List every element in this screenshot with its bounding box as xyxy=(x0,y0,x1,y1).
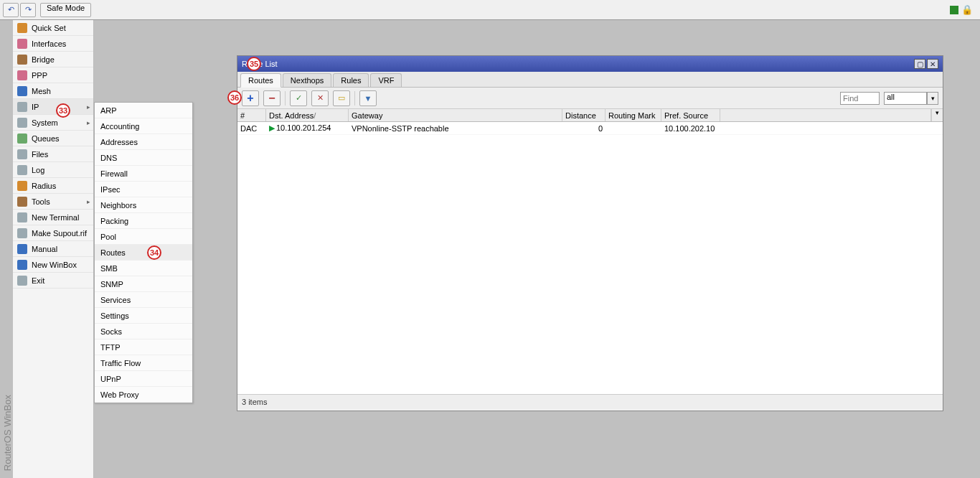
submenu-item-pool[interactable]: Pool xyxy=(95,229,192,245)
sidebar-item-ppp[interactable]: PPP xyxy=(13,67,93,83)
lock-icon: 🔒 xyxy=(961,4,973,15)
table-row[interactable]: DAC▶10.100.201.254VPNonline-SSTP reachab… xyxy=(237,122,943,135)
cell-dst: ▶10.100.201.254 xyxy=(266,123,349,133)
sidebar-item-make-supout-rif[interactable]: Make Supout.rif xyxy=(13,225,93,241)
top-toolbar: ↶ ↷ Safe Mode 🔒 xyxy=(0,0,980,20)
sidebar-icon xyxy=(17,23,27,33)
sidebar-item-interfaces[interactable]: Interfaces xyxy=(13,36,93,52)
sidebar-icon xyxy=(17,102,27,112)
filter-scope-select[interactable]: all xyxy=(884,92,927,105)
sidebar-item-exit[interactable]: Exit xyxy=(13,273,93,289)
tab-routes[interactable]: Routes xyxy=(240,73,281,88)
annotation-36: 36 xyxy=(227,90,242,105)
submenu-item-web-proxy[interactable]: Web Proxy xyxy=(95,387,192,403)
sidebar-icon xyxy=(17,86,27,96)
cell-flags: DAC xyxy=(237,124,266,133)
tab-rules[interactable]: Rules xyxy=(333,73,369,87)
sidebar-item-label: Make Supout.rif xyxy=(32,229,87,238)
submenu-item-traffic-flow[interactable]: Traffic Flow xyxy=(95,355,192,371)
sidebar-icon xyxy=(17,149,27,159)
sidebar-item-label: Bridge xyxy=(32,55,55,64)
submenu-item-ipsec[interactable]: IPsec xyxy=(95,182,192,197)
sidebar-item-new-terminal[interactable]: New Terminal xyxy=(13,210,93,225)
submenu-item-socks[interactable]: Socks xyxy=(95,324,192,339)
submenu-item-tftp[interactable]: TFTP xyxy=(95,339,192,355)
submenu-item-dns[interactable]: DNS xyxy=(95,150,192,166)
annotation-34: 34 xyxy=(147,245,161,260)
filter-button[interactable]: ▼ xyxy=(359,90,377,106)
sidebar-item-label: New WinBox xyxy=(32,261,77,269)
submenu-item-upnp[interactable]: UPnP xyxy=(95,371,192,387)
sidebar-item-manual[interactable]: Manual xyxy=(13,241,93,257)
cell-src: 10.100.202.10 xyxy=(661,124,720,133)
add-button[interactable]: + xyxy=(242,90,259,106)
window-minimize-button[interactable]: ▢ xyxy=(914,59,925,69)
sidebar-icon xyxy=(17,133,27,144)
tab-nexthops[interactable]: Nexthops xyxy=(283,73,331,87)
enable-button[interactable]: ✓ xyxy=(290,90,307,106)
col-hash[interactable]: # xyxy=(237,109,266,121)
sidebar-item-ip[interactable]: IP▸ xyxy=(13,99,93,115)
sidebar-item-label: IP xyxy=(32,103,39,111)
sidebar-item-quick-set[interactable]: Quick Set xyxy=(13,20,93,36)
col-dst-address[interactable]: Dst. Address xyxy=(266,109,349,121)
sidebar-item-new-winbox[interactable]: New WinBox xyxy=(13,257,93,273)
redo-button[interactable]: ↷ xyxy=(20,3,36,17)
sidebar-icon xyxy=(17,55,27,65)
col-spacer xyxy=(720,109,931,121)
sidebar-item-bridge[interactable]: Bridge xyxy=(13,52,93,67)
sidebar-icon xyxy=(17,276,27,286)
filter-scope-dropdown-icon[interactable]: ▾ xyxy=(927,92,938,105)
tabs: RoutesNexthopsRulesVRF xyxy=(237,72,943,88)
cell-gateway: VPNonline-SSTP reachable xyxy=(349,124,562,133)
status-icons: 🔒 xyxy=(950,4,977,15)
sidebar-item-label: PPP xyxy=(32,71,47,80)
safe-mode-button[interactable]: Safe Mode xyxy=(40,3,91,17)
col-gateway[interactable]: Gateway xyxy=(349,109,562,121)
col-pref-source[interactable]: Pref. Source xyxy=(661,109,720,121)
sidebar-icon xyxy=(17,165,27,175)
col-routing-mark[interactable]: Routing Mark xyxy=(606,109,661,121)
annotation-35: 35 xyxy=(247,57,261,71)
sidebar-item-log[interactable]: Log xyxy=(13,162,93,178)
sidebar-item-label: System xyxy=(32,118,58,127)
sidebar-item-radius[interactable]: Radius xyxy=(13,178,93,194)
window-toolbar: + − ✓ ✕ ▭ ▼ all ▾ xyxy=(237,88,943,109)
route-list-window: Route List ▢ ✕ RoutesNexthopsRulesVRF + … xyxy=(237,55,943,411)
submenu-item-routes[interactable]: Routes xyxy=(95,245,192,261)
status-square-icon xyxy=(950,6,958,14)
sidebar-item-tools[interactable]: Tools▸ xyxy=(13,194,93,210)
window-close-button[interactable]: ✕ xyxy=(927,59,938,69)
columns-dropdown-icon[interactable]: ▾ xyxy=(931,109,943,121)
sidebar-item-label: New Terminal xyxy=(32,213,79,222)
comment-button[interactable]: ▭ xyxy=(333,90,350,106)
submenu-item-snmp[interactable]: SNMP xyxy=(95,276,192,292)
sidebar-item-label: Log xyxy=(32,166,44,174)
submenu-item-firewall[interactable]: Firewall xyxy=(95,166,192,182)
submenu-item-neighbors[interactable]: Neighbors xyxy=(95,197,192,213)
remove-button[interactable]: − xyxy=(263,90,281,106)
submenu-item-settings[interactable]: Settings xyxy=(95,308,192,324)
submenu-item-services[interactable]: Services xyxy=(95,292,192,308)
submenu-item-addresses[interactable]: Addresses xyxy=(95,134,192,150)
undo-button[interactable]: ↶ xyxy=(3,3,19,17)
submenu-item-accounting[interactable]: Accounting xyxy=(95,118,192,134)
sidebar-item-label: Mesh xyxy=(32,87,51,95)
sidebar-item-label: Quick Set xyxy=(32,24,66,32)
tab-vrf[interactable]: VRF xyxy=(370,73,402,87)
submenu-item-packing[interactable]: Packing xyxy=(95,213,192,229)
submenu-item-arp[interactable]: ARP xyxy=(95,103,192,118)
grid-header: # Dst. Address Gateway Distance Routing … xyxy=(237,109,943,122)
find-input[interactable] xyxy=(840,92,880,105)
col-distance[interactable]: Distance xyxy=(562,109,606,121)
sidebar-item-mesh[interactable]: Mesh xyxy=(13,83,93,99)
sidebar-item-system[interactable]: System▸ xyxy=(13,115,93,131)
submenu-item-smb[interactable]: SMB xyxy=(95,261,192,276)
disable-button[interactable]: ✕ xyxy=(311,90,329,106)
sidebar-icon xyxy=(17,39,27,49)
window-titlebar[interactable]: Route List ▢ ✕ xyxy=(237,56,943,72)
sidebar-item-queues[interactable]: Queues xyxy=(13,131,93,146)
sidebar-item-label: Interfaces xyxy=(32,39,66,48)
sidebar-item-files[interactable]: Files xyxy=(13,146,93,162)
sidebar-icon xyxy=(17,197,27,207)
